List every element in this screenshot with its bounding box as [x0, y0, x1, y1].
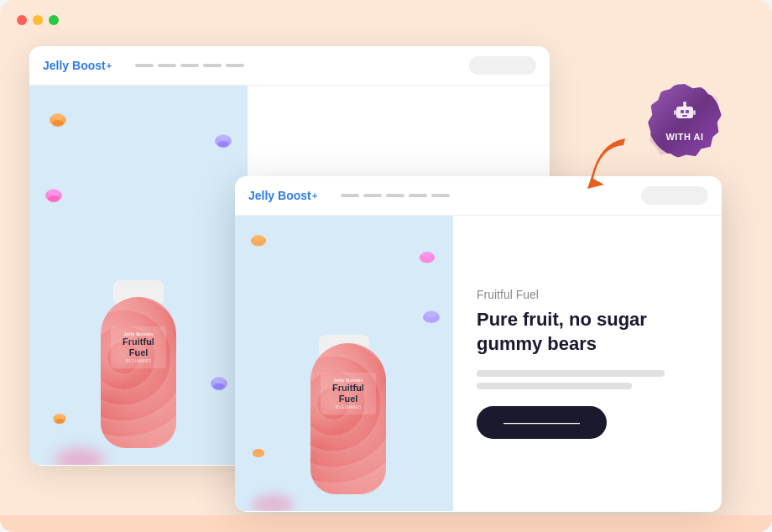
brand-logo-front: Jelly Boost+	[248, 189, 317, 202]
svg-point-14	[55, 419, 65, 424]
svg-point-4	[217, 134, 229, 141]
svg-point-29	[425, 310, 437, 317]
product-image-back: Jelly Boost+ Fruitful Fuel 80 GUMMIES	[29, 86, 248, 465]
gummy-decoration	[42, 186, 65, 209]
nav-dot	[431, 194, 450, 197]
gummy-decoration	[250, 443, 267, 465]
nav-dot	[180, 64, 199, 67]
svg-point-11	[213, 383, 225, 390]
nav-dot	[226, 64, 244, 67]
desc-line	[477, 370, 665, 377]
svg-rect-18	[682, 115, 687, 117]
product-subtitle: Fruitful Fuel	[477, 288, 698, 301]
outer-window: Jelly Boost+	[0, 0, 772, 532]
product-image-front: Jelly Boost+ Fruitful Fuel 80 GUMMIES	[235, 216, 453, 511]
nav-dot	[158, 64, 176, 67]
svg-point-27	[422, 252, 433, 258]
svg-rect-17	[686, 110, 689, 113]
description-lines	[477, 370, 698, 389]
svg-rect-21	[674, 110, 676, 115]
nav-dot	[363, 194, 382, 197]
product-bottle-front: Jelly Boost+ Fruitful Fuel 80 GUMMIES	[302, 335, 386, 494]
gummy-decoration	[207, 374, 231, 398]
svg-point-2	[52, 120, 64, 127]
svg-point-13	[55, 414, 65, 419]
svg-rect-22	[693, 110, 696, 115]
svg-point-7	[48, 189, 60, 196]
svg-point-10	[213, 377, 225, 383]
browser-bar-front: Jelly Boost+	[235, 176, 722, 216]
bottle-label-front: Jelly Boost+ Fruitful Fuel 80 GUMMIES	[321, 373, 376, 415]
svg-point-1	[52, 113, 64, 120]
gummy-decoration	[50, 409, 69, 431]
svg-rect-16	[681, 110, 684, 113]
ai-badge-text: WITH AI	[665, 132, 703, 142]
svg-point-25	[253, 235, 264, 241]
bottom-stripe	[0, 515, 772, 532]
brand-logo-back: Jelly Boost+	[43, 59, 112, 72]
maximize-button[interactable]	[49, 15, 59, 25]
browser-bar-back: Jelly Boost+	[29, 46, 550, 86]
product-title-front: Pure fruit, no sugar gummy bears	[477, 308, 698, 356]
close-button[interactable]	[17, 15, 27, 25]
robot-icon	[673, 100, 696, 128]
gummy-decoration	[248, 232, 269, 254]
minimize-button[interactable]	[33, 15, 43, 25]
gummy-decoration	[420, 308, 443, 331]
nav-dots-back	[135, 64, 244, 67]
browser-window-front: Jelly Boost+	[235, 176, 722, 512]
svg-point-23	[683, 102, 686, 105]
cta-button[interactable]: ———————	[477, 406, 607, 439]
svg-point-30	[253, 449, 264, 457]
address-bar-front	[641, 186, 708, 205]
nav-dot	[135, 64, 154, 67]
nav-dot	[203, 64, 222, 67]
nav-dot	[409, 194, 427, 197]
svg-point-8	[48, 196, 60, 202]
nav-dot	[386, 194, 404, 197]
desc-line	[477, 383, 632, 389]
bottle-body-front: Jelly Boost+ Fruitful Fuel 80 GUMMIES	[310, 343, 386, 494]
ai-arrow	[575, 130, 642, 197]
address-bar-back	[469, 56, 536, 75]
gummy-decoration	[211, 132, 235, 154]
hero-text-front: Fruitful Fuel Pure fruit, no sugar gummy…	[453, 216, 722, 511]
traffic-lights	[17, 15, 59, 25]
nav-dots-front	[341, 194, 450, 197]
gummy-decoration	[46, 111, 70, 133]
product-bottle-back: Jelly Boost+ Fruitful Fuel 80 GUMMIES	[92, 280, 185, 448]
nav-dot	[341, 194, 359, 197]
ai-badge: WITH AI	[648, 84, 722, 158]
svg-point-5	[217, 141, 229, 148]
decorative-blob	[55, 448, 105, 465]
bottle-body: Jelly Boost+ Fruitful Fuel 80 GUMMIES	[101, 297, 176, 448]
bottle-label: Jelly Boost+ Fruitful Fuel 80 GUMMIES	[111, 326, 166, 368]
gummy-decoration	[416, 249, 438, 271]
decorative-blob-front	[252, 494, 294, 511]
hero-section-front: Jelly Boost+ Fruitful Fuel 80 GUMMIES Fr…	[235, 216, 722, 511]
